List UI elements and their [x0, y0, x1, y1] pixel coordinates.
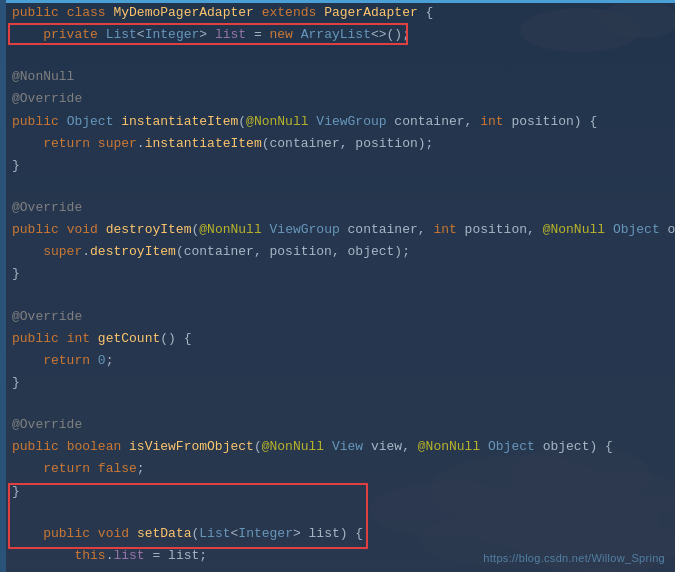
code-line: return super.instantiateItem(container, … [0, 133, 675, 155]
code-line [0, 177, 675, 197]
code-line [0, 503, 675, 523]
code-line: @Override [0, 88, 675, 110]
code-line [0, 286, 675, 306]
code-line [0, 394, 675, 414]
top-accent-bar [0, 0, 675, 3]
code-line: return 0; [0, 350, 675, 372]
code-line: @Override [0, 414, 675, 436]
code-line [0, 46, 675, 66]
code-line: public int getCount() { [0, 328, 675, 350]
code-line: } [0, 567, 675, 572]
code-line: } [0, 155, 675, 177]
code-panel: public class MyDemoPagerAdapter extends … [0, 0, 675, 572]
code-line: public Object instantiateItem(@NonNull V… [0, 111, 675, 133]
code-line: return false; [0, 458, 675, 480]
code-line: public void destroyItem(@NonNull ViewGro… [0, 219, 675, 241]
code-line: super.destroyItem(container, position, o… [0, 241, 675, 263]
watermark: https://blog.csdn.net/Willow_Spring [483, 552, 665, 564]
code-line: } [0, 263, 675, 285]
code-line: public void setData(List<Integer> list) … [0, 523, 675, 545]
code-line: @Override [0, 197, 675, 219]
code-line: private List<Integer> list = new ArrayLi… [0, 24, 675, 46]
code-line: } [0, 481, 675, 503]
code-line: @Override [0, 306, 675, 328]
code-line: @NonNull [0, 66, 675, 88]
code-line: public boolean isViewFromObject(@NonNull… [0, 436, 675, 458]
code-line: } [0, 372, 675, 394]
code-line: public class MyDemoPagerAdapter extends … [0, 2, 675, 24]
left-accent-bar [0, 0, 6, 572]
